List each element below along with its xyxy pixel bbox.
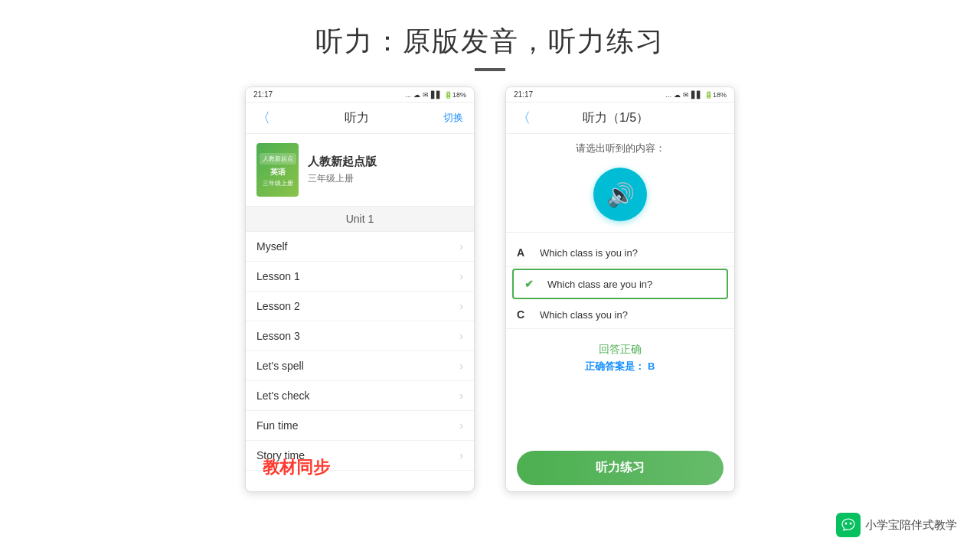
chevron-icon: › bbox=[459, 390, 463, 402]
audio-play-button[interactable]: 🔊 bbox=[593, 168, 647, 221]
wechat-icon bbox=[836, 513, 861, 537]
list-item-label: Lesson 2 bbox=[256, 300, 300, 312]
chevron-icon: › bbox=[459, 270, 463, 282]
switch-button[interactable]: 切换 bbox=[443, 111, 463, 125]
result-answer: 正确答案是： B bbox=[517, 360, 724, 373]
book-subtitle: 三年级上册 bbox=[308, 172, 463, 185]
option-label-c: C bbox=[517, 308, 532, 321]
time-right: 21:17 bbox=[514, 90, 533, 99]
book-cover-subject: 英语 bbox=[270, 167, 286, 178]
option-label-b: ✔ bbox=[524, 278, 540, 290]
quiz-prompt: 请选出听到的内容： bbox=[506, 134, 734, 160]
status-icons-right: ... ☁ ✉ ▋▋ 🔋18% bbox=[665, 91, 727, 99]
audio-button-container: 🔊 bbox=[506, 160, 734, 233]
list-item-lesson1[interactable]: Lesson 1 › bbox=[246, 262, 474, 292]
book-cover-inner: 人教新起点 bbox=[260, 153, 296, 165]
book-info: 人教新起点版 三年级上册 bbox=[308, 155, 463, 185]
listening-practice-button[interactable]: 听力练习 bbox=[517, 451, 724, 485]
options-list: A Which class is you in? ✔ Which class a… bbox=[506, 233, 734, 335]
watermark-jiaocai: 教材同步 bbox=[263, 456, 330, 479]
nav-bar-left: 〈 听力 切换 bbox=[246, 103, 474, 134]
option-text-b: Which class are you in? bbox=[547, 279, 652, 290]
lesson-list: Myself › Lesson 1 › Lesson 2 › Lesson 3 … bbox=[246, 232, 474, 491]
list-item-label: Lesson 3 bbox=[256, 330, 300, 342]
list-item-fun-time[interactable]: Fun time › bbox=[246, 411, 474, 441]
status-icons-left: ... ☁ ✉ ▋▋ 🔋18% bbox=[405, 91, 466, 99]
chevron-icon: › bbox=[459, 360, 463, 372]
option-text-c: Which class you in? bbox=[540, 309, 628, 321]
page-container: 听力：原版发音，听力练习 21:17 ... ☁ ✉ ▋▋ 🔋18% 〈 听力 … bbox=[0, 0, 980, 551]
list-item-label: Lesson 1 bbox=[256, 270, 300, 282]
option-text-a: Which class is you in? bbox=[540, 247, 638, 259]
chevron-icon: › bbox=[459, 330, 463, 342]
chevron-icon: › bbox=[459, 240, 463, 253]
time-left: 21:17 bbox=[253, 90, 273, 99]
list-item-lesson3[interactable]: Lesson 3 › bbox=[246, 321, 474, 351]
answer-value: B bbox=[648, 360, 655, 372]
speaker-icon: 🔊 bbox=[606, 181, 635, 208]
book-card: 人教新起点 英语 三年级上册 人教新起点版 三年级上册 bbox=[246, 134, 474, 207]
option-label-a: A bbox=[517, 246, 532, 259]
back-button-left[interactable]: 〈 bbox=[256, 109, 270, 127]
nav-title-right: 听力（1/5） bbox=[583, 110, 648, 126]
list-item-myself[interactable]: Myself › bbox=[246, 232, 474, 262]
answer-prefix: 正确答案是： bbox=[585, 360, 645, 372]
svg-point-0 bbox=[845, 523, 848, 525]
watermark-label: 小学宝陪伴式教学 bbox=[865, 518, 957, 533]
phone-right: 21:17 ... ☁ ✉ ▋▋ 🔋18% 〈 听力（1/5） 请选出听到的内容… bbox=[505, 86, 735, 492]
svg-point-1 bbox=[850, 523, 852, 525]
status-bar-right: 21:17 ... ☁ ✉ ▋▋ 🔋18% bbox=[506, 87, 734, 103]
list-item-label: Fun time bbox=[256, 419, 298, 432]
title-divider bbox=[475, 68, 505, 71]
chevron-icon: › bbox=[459, 419, 463, 432]
page-title: 听力：原版发音，听力练习 bbox=[315, 23, 665, 60]
chevron-icon: › bbox=[459, 300, 463, 312]
list-item-label: Myself bbox=[256, 240, 287, 253]
nav-title-left: 听力 bbox=[345, 110, 369, 126]
result-correct-text: 回答正确 bbox=[517, 343, 724, 357]
book-title: 人教新起点版 bbox=[308, 155, 463, 169]
book-cover: 人教新起点 英语 三年级上册 bbox=[256, 143, 299, 197]
nav-bar-right: 〈 听力（1/5） bbox=[506, 103, 734, 134]
unit-header: Unit 1 bbox=[246, 207, 474, 232]
quiz-content: 请选出听到的内容： 🔊 A Which class is you in? ✔ bbox=[506, 134, 734, 491]
list-item-lesson2[interactable]: Lesson 2 › bbox=[246, 292, 474, 321]
chevron-icon: › bbox=[459, 449, 463, 461]
list-item-label: Let's check bbox=[256, 390, 310, 402]
list-item-label: Let's spell bbox=[256, 360, 304, 372]
phones-wrapper: 21:17 ... ☁ ✉ ▋▋ 🔋18% 〈 听力 切换 人教新起点 英语 bbox=[245, 86, 735, 492]
option-a[interactable]: A Which class is you in? bbox=[506, 239, 734, 267]
book-cover-grade: 三年级上册 bbox=[263, 179, 293, 187]
list-item-lets-spell[interactable]: Let's spell › bbox=[246, 351, 474, 381]
result-area: 回答正确 正确答案是： B bbox=[506, 335, 734, 381]
option-c[interactable]: C Which class you in? bbox=[506, 301, 734, 329]
bottom-watermark: 小学宝陪伴式教学 bbox=[836, 513, 957, 537]
back-button-right[interactable]: 〈 bbox=[517, 109, 531, 127]
status-bar-left: 21:17 ... ☁ ✉ ▋▋ 🔋18% bbox=[246, 87, 474, 103]
phone-left: 21:17 ... ☁ ✉ ▋▋ 🔋18% 〈 听力 切换 人教新起点 英语 bbox=[245, 86, 475, 492]
list-item-lets-check[interactable]: Let's check › bbox=[246, 381, 474, 411]
option-b[interactable]: ✔ Which class are you in? bbox=[512, 269, 728, 299]
